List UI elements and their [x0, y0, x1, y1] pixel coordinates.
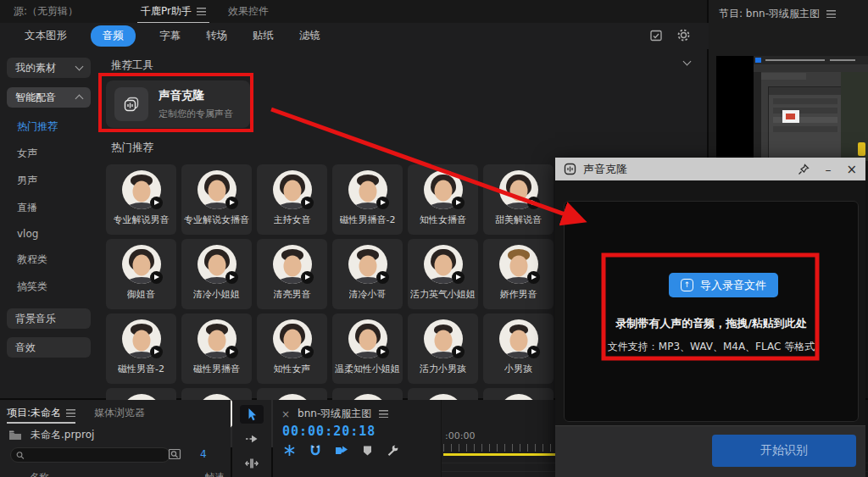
panel-menu-icon[interactable] [66, 409, 75, 417]
find-in-bin-icon[interactable] [168, 447, 181, 461]
play-icon[interactable] [452, 197, 465, 209]
voice-card[interactable]: 磁性男音-2 [106, 313, 176, 384]
voice-avatar [273, 245, 312, 284]
tab-project[interactable]: 项目:未命名 [7, 406, 75, 424]
category-tab[interactable]: 音频 [91, 25, 136, 47]
dialog-footer: 开始识别 [555, 425, 865, 477]
tab-effect-controls[interactable]: 效果控件 [226, 1, 270, 22]
column-framerate[interactable]: 帧速率 [205, 471, 231, 477]
play-icon[interactable] [150, 346, 163, 358]
voice-card[interactable]: 专业解说男音 [106, 164, 176, 235]
selection-tool-button[interactable] [240, 405, 264, 424]
voice-avatar [198, 170, 236, 209]
audio-dropzone[interactable]: ↑ 导入录音文件 录制带有人声的音频，拖拽/粘贴到此处 文件支持：MP3、WAV… [564, 201, 859, 422]
sidebar-subitem[interactable]: 搞笑类 [0, 273, 99, 300]
panel-menu-icon[interactable] [826, 10, 836, 18]
play-icon[interactable] [376, 271, 389, 284]
play-icon[interactable] [527, 271, 540, 284]
snap-magnet-icon[interactable] [309, 444, 321, 457]
track-select-tool-button[interactable] [240, 430, 264, 448]
sidebar-subitem[interactable]: 女声 [0, 140, 99, 167]
play-icon[interactable] [376, 346, 389, 358]
voice-card[interactable]: 清冷小哥 [332, 239, 403, 309]
voice-avatar [198, 245, 236, 284]
voice-avatar [122, 245, 161, 284]
voice-card[interactable]: 娇作男音 [483, 239, 554, 309]
category-tab[interactable]: 滤镜 [298, 25, 322, 47]
voice-card[interactable]: 御姐音 [106, 239, 176, 309]
linked-selection-icon[interactable] [335, 445, 348, 457]
close-icon[interactable]: × [846, 164, 857, 175]
program-title-label: 节目: bnn-羽绒服主图 [719, 7, 820, 21]
timeline-tab[interactable]: × bnn-羽绒服主图 [281, 407, 388, 421]
timecode-display[interactable]: 00:00:20:18 [282, 424, 376, 439]
play-icon[interactable] [225, 346, 238, 358]
play-icon[interactable] [452, 346, 465, 358]
column-name[interactable]: 名称 [30, 471, 49, 477]
sidebar-item-smart-dub[interactable]: 智能配音 [7, 87, 91, 108]
tab-source-monitor[interactable]: 源:（无剪辑） [12, 1, 80, 22]
dialog-titlebar[interactable]: 声音克隆 – × [555, 158, 865, 180]
play-icon[interactable] [452, 271, 465, 284]
voice-card[interactable]: 知性女播音 [408, 164, 478, 235]
category-tab[interactable]: 字幕 [158, 25, 182, 47]
voice-card[interactable]: 主持女音 [257, 164, 327, 235]
project-file-row[interactable]: 未命名.prproj [8, 428, 94, 442]
tab-plugin[interactable]: 千鹿Pr助手 [139, 1, 208, 22]
gear-icon[interactable] [676, 28, 691, 42]
voice-card[interactable]: 活力小男孩 [408, 313, 478, 384]
import-audio-button[interactable]: ↑ 导入录音文件 [669, 273, 778, 297]
panel-menu-icon[interactable] [379, 410, 388, 418]
category-tab[interactable]: 文本图形 [23, 25, 69, 47]
voice-card[interactable]: 磁性男播音-2 [332, 164, 403, 235]
voice-name: 主持女音 [274, 214, 311, 226]
search-input[interactable] [29, 449, 164, 461]
play-icon[interactable] [527, 197, 540, 209]
program-monitor-tab[interactable]: 节目: bnn-羽绒服主图 [719, 7, 836, 21]
voice-card[interactable]: 甜美解说音 [483, 164, 554, 235]
ripple-edit-tool-button[interactable] [240, 454, 264, 473]
tab-media-browser[interactable]: 媒体浏览器 [94, 406, 145, 424]
feedback-icon[interactable] [649, 29, 663, 42]
category-tab[interactable]: 贴纸 [251, 25, 275, 47]
voice-card[interactable]: 活力英气小姐姐 [408, 239, 478, 309]
play-icon[interactable] [150, 197, 163, 209]
timeline-settings-wrench-icon[interactable] [387, 444, 399, 457]
voice-card[interactable]: 温柔知性小姐姐 [332, 313, 403, 384]
play-icon[interactable] [301, 346, 314, 358]
nest-sequence-icon[interactable] [283, 444, 296, 457]
close-icon[interactable]: × [281, 408, 290, 420]
voice-clone-texts: 声音克隆 定制您的专属声音 [159, 88, 233, 120]
voice-card[interactable]: 磁性男播音 [181, 313, 252, 384]
collapse-chevron-icon[interactable] [683, 58, 692, 66]
play-icon[interactable] [225, 271, 238, 284]
play-icon[interactable] [150, 271, 163, 284]
play-icon[interactable] [301, 271, 314, 284]
voice-card[interactable]: 小男孩 [483, 313, 554, 384]
voice-clone-card[interactable]: 声音克隆 定制您的专属声音 [106, 80, 250, 128]
minimize-icon[interactable]: – [825, 164, 831, 175]
voice-card[interactable]: 清冷小姐姐 [181, 239, 252, 309]
play-icon[interactable] [301, 197, 314, 209]
add-marker-icon[interactable] [362, 445, 373, 457]
sidebar-subitem[interactable]: 教程类 [0, 246, 99, 273]
voice-card[interactable]: 专业解说女播音 [181, 164, 252, 235]
sidebar-subitem[interactable]: vlog [0, 221, 99, 246]
sidebar-item-my-assets[interactable]: 我的素材 [7, 58, 91, 78]
search-box[interactable] [10, 447, 170, 463]
voice-card[interactable]: 知性女声 [257, 313, 327, 384]
sidebar-subitem[interactable]: 热门推荐 [0, 113, 99, 140]
sidebar-subitem[interactable]: 直播 [0, 194, 99, 221]
play-icon[interactable] [376, 197, 389, 209]
start-recognition-button[interactable]: 开始识别 [712, 435, 856, 467]
category-tab[interactable]: 转场 [204, 25, 229, 47]
panel-menu-icon[interactable] [197, 8, 206, 15]
pin-icon[interactable] [798, 164, 810, 175]
sidebar-subitem[interactable]: 男声 [0, 167, 99, 194]
play-icon[interactable] [527, 346, 540, 358]
sidebar-item-bgm[interactable]: 背景音乐 [7, 308, 91, 329]
sidebar-item-sfx[interactable]: 音效 [7, 337, 91, 358]
voice-card[interactable]: 清亮男音 [257, 239, 327, 309]
play-icon[interactable] [225, 197, 238, 209]
tools-panel [232, 400, 271, 477]
